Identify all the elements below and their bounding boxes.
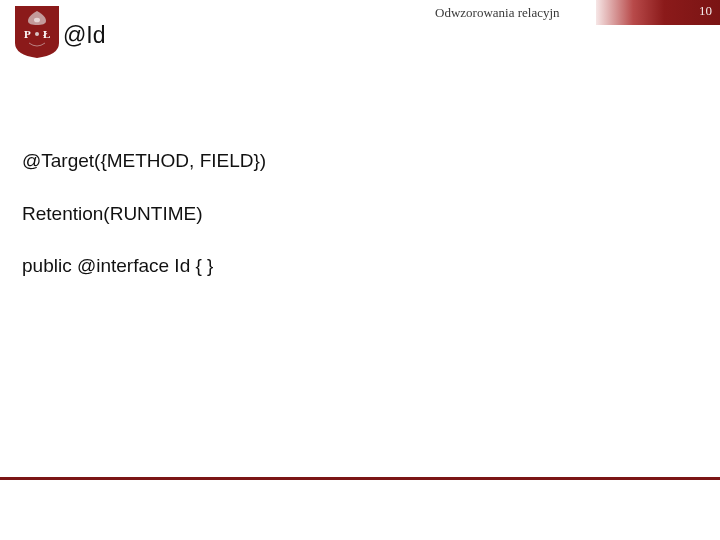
slide-body: @Target({METHOD, FIELD}) Retention(RUNTI… (22, 122, 266, 306)
bottom-divider (0, 477, 720, 480)
svg-point-1 (35, 32, 39, 36)
slide: Odwzorowania relacyjn 10 P Ł @Id @Target… (0, 0, 720, 540)
shield-icon: P Ł (14, 5, 60, 59)
code-line: Retention(RUNTIME) (22, 201, 266, 227)
header-accent-band: 10 (596, 0, 720, 25)
header-topic-label: Odwzorowania relacyjn (435, 5, 560, 21)
logo-letter-right: Ł (43, 28, 50, 40)
slide-title: @Id (63, 22, 106, 49)
page-number: 10 (699, 3, 712, 19)
university-shield-logo: P Ł (14, 5, 60, 59)
svg-point-0 (34, 18, 40, 23)
logo-letter-left: P (24, 28, 31, 40)
code-line: @Target({METHOD, FIELD}) (22, 148, 266, 174)
code-line: public @interface Id { } (22, 253, 266, 279)
